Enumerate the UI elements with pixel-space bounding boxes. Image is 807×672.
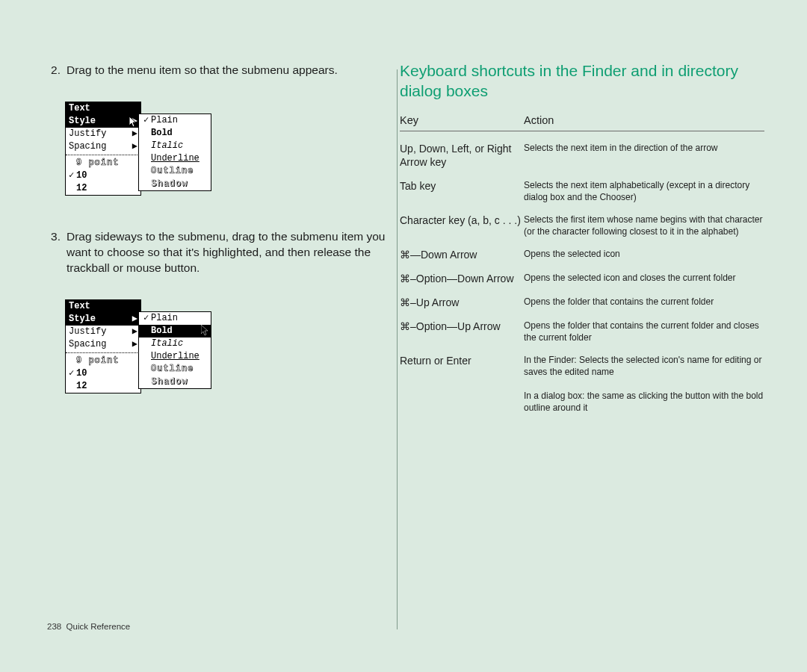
cell-key: ⌘—Down Arrow [400,248,524,261]
menu-item-spacing: Spacing▶ [66,338,140,351]
th-key: Key [400,114,524,126]
table-row: Tab keySelects the next item alphabetica… [400,179,764,203]
cell-key: Tab key [400,179,524,193]
section-label: Quick Reference [67,622,131,631]
table-row: ⌘—Down ArrowOpens the selected icon [400,248,764,261]
menu-title: Text [66,300,140,313]
cell-key: ⌘–Option—Up Arrow [400,320,524,333]
table-row: ⌘–Option—Down ArrowOpens the selected ic… [400,272,764,285]
cell-key: Return or Enter [400,354,524,367]
check-icon: ✓ [69,368,76,379]
table-row: Up, Down, Left, or Right Arrow keySelect… [400,142,764,169]
cell-action: Opens the folder that contains the curre… [524,296,764,308]
submenu-arrow-icon: ▶ [132,116,137,127]
cell-key: Up, Down, Left, or Right Arrow key [400,142,524,169]
submenu-arrow-icon: ▶ [132,314,137,325]
check-icon: ✓ [143,115,151,126]
menu-title: Text [66,102,140,115]
step-text: Drag sideways to the submenu, drag to th… [67,228,397,276]
menu-item-style: Style▶ [66,115,140,128]
menu-item-justify: Justify▶ [66,128,140,140]
cell-key: ⌘–Option—Down Arrow [400,272,524,285]
menu-size-12: 12 [66,182,140,195]
submenu: ✓Plain Bold Italic Underline Outline Sha… [138,311,211,389]
menu-size-10: ✓10 [66,367,140,380]
submenu-italic: Italic [139,337,211,350]
submenu-plain: ✓Plain [139,114,211,127]
submenu-arrow-icon: ▶ [132,141,137,152]
menu-item-spacing: Spacing▶ [66,140,140,153]
menu-item-style: Style▶ [66,313,140,326]
menu-separator [66,155,140,155]
menu-size-9: 9 point [66,355,140,367]
submenu-outline: Outline [139,165,211,178]
right-column: Keyboard shortcuts in the Finder and in … [400,62,764,631]
cell-action: Opens the selected icon [524,248,764,260]
submenu-arrow-icon: ▶ [132,128,137,140]
cell-action: Selects the next item in the direction o… [524,142,764,154]
page-number: 238 [47,622,61,631]
submenu-shadow: Shadow [139,178,211,190]
step-text: Drag to the menu item so that the submen… [67,62,397,78]
submenu-italic: Italic [139,140,211,152]
menu-illustration-2: Text Style▶ Justify▶ Spacing▶ 9 point ✓1… [65,299,213,404]
table-row: ⌘–Up ArrowOpens the folder that contains… [400,296,764,309]
cell-action: Selects the first item whose name begins… [524,214,764,237]
section-heading: Keyboard shortcuts in the Finder and in … [400,60,764,101]
step-3: 3. Drag sideways to the submenu, drag to… [47,228,397,276]
submenu-plain: ✓Plain [139,312,211,325]
cell-key: ⌘–Up Arrow [400,296,524,309]
submenu-arrow-icon: ▶ [132,339,137,350]
cell-action: Selects the next item alphabetically (ex… [524,179,764,203]
table-header: Key Action [400,114,764,131]
step-number: 3. [47,228,61,276]
menu-size-9: 9 point [66,157,140,169]
page-footer: 238 Quick Reference [47,622,130,631]
step-2: 2. Drag to the menu item so that the sub… [47,62,397,78]
submenu-underline: Underline [139,350,211,363]
submenu-arrow-icon: ▶ [132,326,137,337]
menu-size-12: 12 [66,380,140,393]
menu-item-justify: Justify▶ [66,326,140,338]
step-number: 2. [47,62,61,78]
table-body: Up, Down, Left, or Right Arrow keySelect… [400,142,764,414]
cell-key: Character key (a, b, c . . .) [400,214,524,227]
submenu-bold-highlighted: Bold [139,325,211,337]
table-row: Character key (a, b, c . . .)Selects the… [400,214,764,237]
column-divider [397,69,398,629]
submenu-outline: Outline [139,363,211,376]
table-row: ⌘–Option—Up ArrowOpens the folder that c… [400,320,764,343]
cell-action: Opens the folder that contains the curre… [524,320,764,343]
menu-separator [66,352,140,353]
submenu: ✓Plain Bold Italic Underline Outline Sha… [138,113,211,191]
menu-size-10: ✓10 [66,169,140,182]
left-column: 2. Drag to the menu item so that the sub… [47,62,397,631]
menu-illustration-1: Text Style▶ Justify▶ Spacing▶ 9 point ✓1… [65,102,213,206]
cell-action: Opens the selected icon and closes the c… [524,272,764,284]
submenu-underline: Underline [139,152,211,165]
cell-action: In the Finder: Selects the selected icon… [524,354,764,414]
page: 2. Drag to the menu item so that the sub… [47,62,764,631]
submenu-bold: Bold [139,127,211,140]
th-action: Action [524,114,554,126]
check-icon: ✓ [143,313,151,324]
submenu-shadow: Shadow [139,376,211,388]
check-icon: ✓ [69,170,76,181]
table-row: Return or EnterIn the Finder: Selects th… [400,354,764,414]
